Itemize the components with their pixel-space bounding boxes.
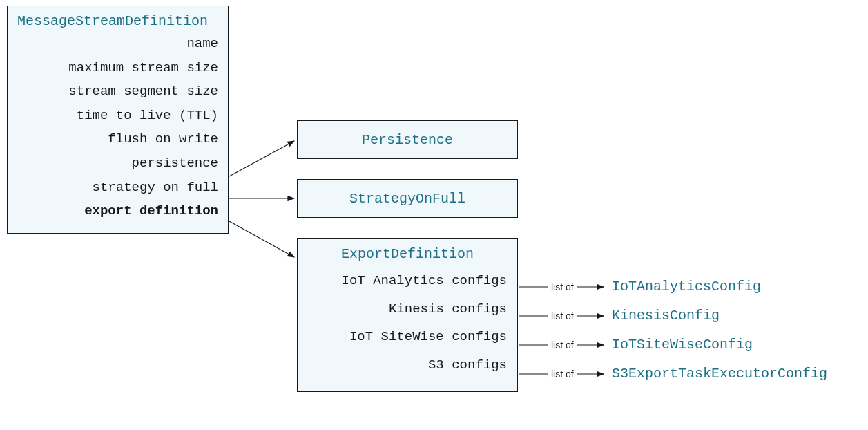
- config-kinesis: KinesisConfig: [612, 308, 720, 324]
- config-iot-analytics: IoTAnalyticsConfig: [612, 279, 761, 295]
- strategy-on-full-box: StrategyOnFull: [297, 179, 518, 218]
- export-definition-title: ExportDefinition: [308, 246, 507, 262]
- arrow-msd-persistence: [229, 141, 294, 176]
- list-of-label-1: list of: [551, 281, 574, 292]
- arrow-msd-export: [229, 221, 294, 257]
- strategy-on-full-label: StrategyOnFull: [349, 187, 465, 211]
- config-s3-export: S3ExportTaskExecutorConfig: [612, 366, 827, 382]
- msd-prop-ttl: time to live (TTL): [17, 106, 218, 125]
- export-prop-kinesis: Kinesis configs: [308, 300, 507, 319]
- msd-prop-stream-segment-size: stream segment size: [17, 82, 218, 101]
- export-prop-iot-analytics: IoT Analytics configs: [308, 272, 507, 290]
- export-definition-box: ExportDefinition IoT Analytics configs K…: [297, 238, 518, 392]
- persistence-label: Persistence: [362, 128, 453, 152]
- msd-prop-max-stream-size: maximum stream size: [17, 59, 218, 77]
- msd-prop-name: name: [17, 35, 218, 53]
- list-of-label-2: list of: [551, 310, 574, 321]
- msd-prop-strategy-on-full: strategy on full: [17, 178, 218, 197]
- list-of-label-4: list of: [551, 368, 574, 380]
- export-prop-s3: S3 configs: [308, 356, 507, 375]
- persistence-box: Persistence: [297, 120, 518, 159]
- export-prop-iot-sitewise: IoT SiteWise configs: [308, 328, 507, 346]
- msd-prop-persistence: persistence: [17, 154, 218, 173]
- list-of-label-3: list of: [551, 339, 574, 350]
- msd-box: MessageStreamDefinition name maximum str…: [7, 6, 229, 234]
- msd-prop-export-definition: export definition: [17, 202, 218, 221]
- msd-title: MessageStreamDefinition: [17, 13, 218, 29]
- msd-prop-flush-on-write: flush on write: [17, 130, 218, 149]
- config-iot-sitewise: IoTSiteWiseConfig: [612, 337, 753, 353]
